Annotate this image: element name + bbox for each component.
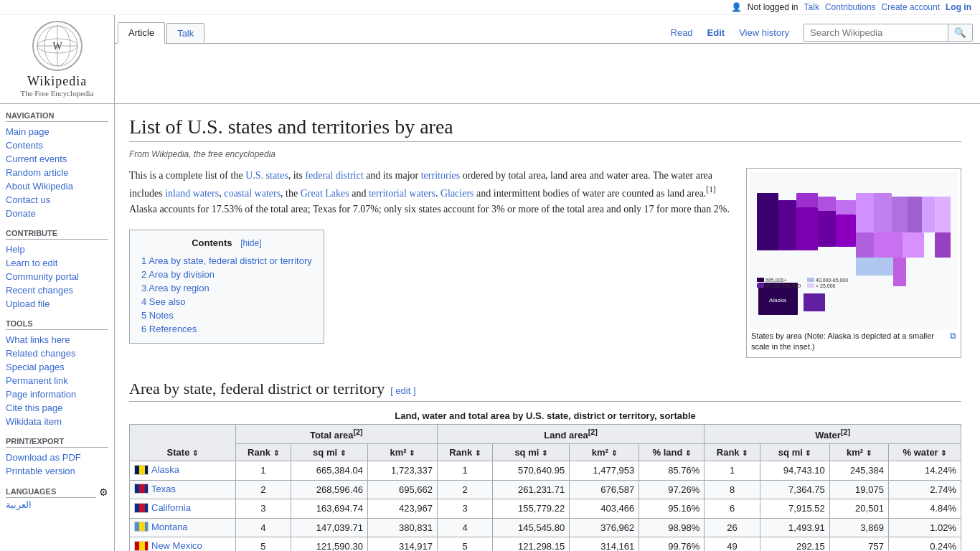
state-link[interactable]: New Mexico xyxy=(151,540,202,551)
tab-read[interactable]: Read xyxy=(665,24,699,41)
th-total-km2[interactable]: km² ⇕ xyxy=(367,444,437,461)
water-sqmi: 7,915.52 xyxy=(760,499,829,519)
languages-settings-icon[interactable]: ⚙ xyxy=(99,486,108,498)
th-water-sqmi[interactable]: sq mi ⇕ xyxy=(760,444,829,461)
contents-item-4: 4 See also xyxy=(141,295,312,309)
main-content: List of U.S. states and territories by a… xyxy=(115,104,976,551)
create-account-link[interactable]: Create account xyxy=(882,2,940,12)
sidebar-item-recent-changes[interactable]: Recent changes xyxy=(6,283,108,297)
contents-hide-link[interactable]: [hide] xyxy=(240,238,261,248)
coastal-waters-link[interactable]: coastal waters xyxy=(224,188,281,199)
svg-rect-9 xyxy=(796,207,818,250)
sidebar-item-donate[interactable]: Donate xyxy=(6,207,108,220)
sidebar-item-arabic[interactable]: العربية xyxy=(6,498,108,512)
th-water-km2[interactable]: km² ⇕ xyxy=(829,444,888,461)
state-link[interactable]: California xyxy=(151,502,191,513)
sidebar-item-random-article[interactable]: Random article xyxy=(6,166,108,179)
glaciers-link[interactable]: Glaciers xyxy=(440,188,474,199)
svg-rect-7 xyxy=(757,193,778,250)
th-land-rank[interactable]: Rank ⇕ xyxy=(437,444,492,461)
land-km2: 376,962 xyxy=(570,518,639,537)
print-section: Print/export Download as PDF Printable v… xyxy=(6,437,108,478)
land-km2: 403,466 xyxy=(570,499,639,519)
total-rank: 4 xyxy=(235,518,291,537)
sidebar-item-current-events[interactable]: Current events xyxy=(6,152,108,166)
svg-rect-23 xyxy=(903,232,924,258)
pct-water: 14.24% xyxy=(888,461,961,481)
tab-edit[interactable]: Edit xyxy=(702,24,731,41)
flag-icon xyxy=(134,484,149,494)
water-rank: 26 xyxy=(705,518,760,537)
sidebar-item-related-changes[interactable]: Related changes xyxy=(6,347,108,360)
state-link[interactable]: Montana xyxy=(151,522,188,532)
th-land-sqmi[interactable]: sq mi ⇕ xyxy=(493,444,570,461)
svg-rect-20 xyxy=(935,197,951,232)
tab-talk[interactable]: Talk xyxy=(166,23,204,43)
contents-link-5[interactable]: 5 Notes xyxy=(141,310,174,321)
sidebar-item-learn-edit[interactable]: Learn to edit xyxy=(6,256,108,270)
th-water-rank[interactable]: Rank ⇕ xyxy=(705,444,760,461)
total-rank: 1 xyxy=(235,461,291,481)
great-lakes-link[interactable]: Great Lakes xyxy=(301,188,349,199)
total-km2: 423,967 xyxy=(367,499,437,519)
federal-district-link[interactable]: federal district xyxy=(305,170,363,181)
tab-article[interactable]: Article xyxy=(118,22,165,44)
territories-link[interactable]: territories xyxy=(421,170,460,181)
sidebar-item-about[interactable]: About Wikipedia xyxy=(6,179,108,193)
svg-rect-12 xyxy=(796,193,818,207)
th-state[interactable]: State ⇕ xyxy=(130,424,236,461)
search-input[interactable] xyxy=(804,24,948,41)
sidebar-item-what-links[interactable]: What links here xyxy=(6,333,108,347)
th-pct-land[interactable]: % land ⇕ xyxy=(639,444,705,461)
territorial-waters-link[interactable]: territorial waters xyxy=(369,188,435,199)
total-sqmi: 163,694.74 xyxy=(291,499,367,519)
sidebar-item-special-pages[interactable]: Special pages xyxy=(6,360,108,374)
state-link[interactable]: Alaska xyxy=(151,464,179,475)
land-sqmi: 570,640.95 xyxy=(493,461,570,481)
tab-view-history[interactable]: View history xyxy=(733,24,795,41)
map-expand-icon[interactable]: ⧉ xyxy=(950,331,956,342)
sidebar-item-help[interactable]: Help xyxy=(6,242,108,256)
svg-rect-32 xyxy=(757,283,764,288)
contribute-heading: Contribute xyxy=(6,229,108,240)
sidebar-item-wikidata[interactable]: Wikidata item xyxy=(6,415,108,428)
sidebar-item-page-info[interactable]: Page information xyxy=(6,387,108,401)
us-states-link[interactable]: U.S. states xyxy=(245,170,288,181)
contents-link-3[interactable]: 3 Area by region xyxy=(141,283,209,293)
contents-item-1: 1 Area by state, federal district or ter… xyxy=(141,254,312,268)
sidebar-item-printable[interactable]: Printable version xyxy=(6,464,108,478)
inland-waters-link[interactable]: inland waters xyxy=(165,188,219,199)
contents-link-4[interactable]: 4 See also xyxy=(141,296,185,307)
sidebar-item-download-pdf[interactable]: Download as PDF xyxy=(6,451,108,464)
section1-edit-link[interactable]: [ edit ] xyxy=(390,385,415,396)
sidebar-item-contact[interactable]: Contact us xyxy=(6,193,108,207)
land-rank: 2 xyxy=(437,480,492,499)
sidebar-item-cite[interactable]: Cite this page xyxy=(6,401,108,415)
th-pct-water[interactable]: % water ⇕ xyxy=(888,444,961,461)
th-total-sqmi[interactable]: sq mi ⇕ xyxy=(291,444,367,461)
table-caption: Land, water and total area by U.S. state… xyxy=(129,410,961,421)
water-km2: 245,384 xyxy=(829,461,888,481)
contents-box: Contents [hide] 1 Area by state, federal… xyxy=(129,230,324,344)
log-in-link[interactable]: Log in xyxy=(946,2,971,12)
contents-link-6[interactable]: 6 References xyxy=(141,324,197,334)
contents-link-2[interactable]: 2 Area by division xyxy=(141,269,215,280)
logo-subtitle: The Free Encyclopedia xyxy=(20,89,93,98)
land-rank: 4 xyxy=(437,518,492,537)
talk-link[interactable]: Talk xyxy=(804,2,819,12)
svg-rect-22 xyxy=(874,232,903,258)
state-link[interactable]: Texas xyxy=(151,484,176,494)
logo-title: Wikipedia xyxy=(27,74,87,89)
contents-link-1[interactable]: 1 Area by state, federal district or ter… xyxy=(141,255,312,266)
contributions-link[interactable]: Contributions xyxy=(825,2,876,12)
sidebar-item-community[interactable]: Community portal xyxy=(6,270,108,283)
tools-section: Tools What links here Related changes Sp… xyxy=(6,319,108,428)
sidebar-item-permanent-link[interactable]: Permanent link xyxy=(6,374,108,387)
sidebar-item-upload[interactable]: Upload file xyxy=(6,297,108,311)
sidebar-item-contents[interactable]: Contents xyxy=(6,138,108,152)
th-land-km2[interactable]: km² ⇕ xyxy=(570,444,639,461)
sidebar-item-main-page[interactable]: Main page xyxy=(6,125,108,138)
area-table: State ⇕ Total area[2] Land area[2] Water… xyxy=(129,424,961,551)
th-total-rank[interactable]: Rank ⇕ xyxy=(235,444,291,461)
search-button[interactable]: 🔍 xyxy=(948,24,972,41)
